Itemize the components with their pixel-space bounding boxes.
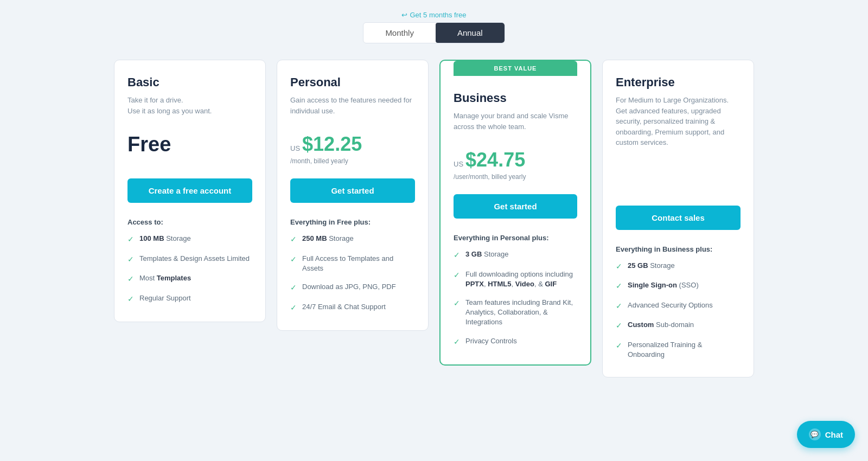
basic-cta-button[interactable]: Create a free account	[127, 178, 252, 203]
check-icon: ✓	[127, 294, 134, 305]
promo-text: Get 5 months free	[410, 11, 466, 19]
plan-price-enterprise	[616, 160, 741, 193]
feature-item: ✓ Templates & Design Assets Limited	[127, 254, 252, 265]
plan-name-basic: Basic	[127, 75, 252, 89]
plan-card-basic: Basic Take it for a drive.Use it as long…	[114, 60, 266, 322]
features-list-basic: ✓ 100 MB Storage ✓ Templates & Design As…	[127, 234, 252, 304]
plans-grid: Basic Take it for a drive.Use it as long…	[108, 60, 760, 377]
feature-text: Download as JPG, PNG, PDF	[302, 282, 396, 292]
plan-price-personal: US $12.25 /month, billed yearly	[290, 133, 415, 165]
arrow-icon: ↩	[401, 11, 407, 19]
features-list-personal: ✓ 250 MB Storage ✓ Full Access to Templa…	[290, 234, 415, 313]
feature-item: ✓ Full Access to Templates and Assets	[290, 254, 415, 273]
feature-text: Regular Support	[139, 293, 191, 303]
check-icon: ✓	[454, 250, 460, 261]
plan-price-basic: Free	[127, 133, 252, 165]
feature-item: ✓ Most Templates	[127, 273, 252, 285]
monthly-toggle[interactable]: Monthly	[363, 23, 436, 43]
features-list-enterprise: ✓ 25 GB Storage ✓ Single Sign-on (SSO) ✓…	[616, 261, 741, 360]
promo-label: ↩ Get 5 months free	[401, 11, 466, 19]
price-period-business: /user/month, billed yearly	[454, 173, 577, 181]
price-period-personal: /month, billed yearly	[290, 157, 415, 165]
feature-text: 24/7 Email & Chat Support	[302, 302, 386, 312]
check-icon: ✓	[454, 337, 460, 348]
plan-description-business: Manage your brand and scale Visme across…	[454, 111, 577, 137]
check-icon: ✓	[616, 301, 622, 312]
plan-name-personal: Personal	[290, 75, 415, 89]
check-icon: ✓	[290, 234, 297, 245]
feature-item: ✓ 100 MB Storage	[127, 234, 252, 245]
feature-item: ✓ 250 MB Storage	[290, 234, 415, 245]
check-icon: ✓	[454, 270, 460, 281]
feature-item: ✓ Single Sign-on (SSO)	[616, 280, 741, 292]
plan-price-business: US $24.75 /user/month, billed yearly	[454, 149, 577, 181]
plan-description-enterprise: For Medium to Large Organizations. Get a…	[616, 95, 741, 148]
features-intro-personal: Everything in Free plus:	[290, 218, 415, 226]
annual-toggle[interactable]: Annual	[436, 23, 505, 43]
best-value-banner: BEST VALUE	[454, 61, 577, 76]
billing-toggle: Monthly Annual	[363, 22, 505, 43]
chat-label: Chat	[825, 430, 843, 439]
check-icon: ✓	[454, 298, 460, 309]
feature-item: ✓ Full downloading options including PPT…	[454, 270, 577, 289]
personal-cta-button[interactable]: Get started	[290, 178, 415, 203]
check-icon: ✓	[290, 283, 297, 293]
business-cta-button[interactable]: Get started	[454, 194, 577, 219]
check-icon: ✓	[290, 303, 297, 313]
feature-item: ✓ Advanced Security Options	[616, 300, 741, 312]
feature-item: ✓ 25 GB Storage	[616, 261, 741, 272]
check-icon: ✓	[616, 261, 622, 272]
plan-card-business: BEST VALUE Business Manage your brand an…	[439, 60, 591, 366]
feature-text: 3 GB Storage	[465, 249, 509, 259]
feature-text: Most Templates	[139, 273, 191, 283]
features-intro-enterprise: Everything in Business plus:	[616, 245, 741, 253]
check-icon: ✓	[127, 234, 134, 245]
feature-text: Full downloading options including PPTX,…	[465, 270, 577, 289]
feature-item: ✓ Privacy Controls	[454, 336, 577, 348]
check-icon: ✓	[290, 254, 297, 265]
plan-description-basic: Take it for a drive.Use it as long as yo…	[127, 95, 252, 121]
feature-text: Templates & Design Assets Limited	[139, 254, 250, 264]
chat-icon: 💬	[809, 428, 821, 440]
price-currency-personal: US	[290, 144, 300, 152]
chat-button[interactable]: 💬 Chat	[797, 421, 855, 448]
feature-text: Full Access to Templates and Assets	[302, 254, 415, 273]
check-icon: ✓	[616, 321, 622, 331]
features-intro-business: Everything in Personal plus:	[454, 234, 577, 242]
check-icon: ✓	[616, 281, 622, 292]
price-free: Free	[127, 133, 252, 156]
feature-item: ✓ Personalized Training & Onboarding	[616, 340, 741, 360]
check-icon: ✓	[616, 341, 622, 351]
feature-text: Custom Sub-domain	[628, 320, 694, 330]
page-wrapper: ↩ Get 5 months free Monthly Annual Basic…	[0, 0, 868, 410]
feature-text: Team features including Brand Kit, Analy…	[465, 298, 577, 328]
price-value-business: $24.75	[465, 149, 525, 171]
enterprise-cta-button[interactable]: Contact sales	[616, 206, 741, 230]
feature-item: ✓ 3 GB Storage	[454, 249, 577, 261]
feature-text: Single Sign-on (SSO)	[628, 280, 699, 290]
price-currency-business: US	[454, 160, 463, 168]
check-icon: ✓	[127, 254, 134, 265]
plan-card-personal: Personal Gain access to the features nee…	[277, 60, 429, 331]
feature-text: Advanced Security Options	[628, 300, 713, 310]
feature-item: ✓ Regular Support	[127, 293, 252, 305]
feature-text: Privacy Controls	[465, 336, 517, 346]
feature-item: ✓ 24/7 Email & Chat Support	[290, 302, 415, 313]
features-intro-basic: Access to:	[127, 218, 252, 226]
plan-card-enterprise: Enterprise For Medium to Large Organizat…	[602, 60, 754, 377]
features-list-business: ✓ 3 GB Storage ✓ Full downloading option…	[454, 249, 577, 347]
billing-toggle-section: ↩ Get 5 months free Monthly Annual	[363, 11, 505, 43]
check-icon: ✓	[127, 274, 134, 285]
price-value-personal: $12.25	[302, 133, 362, 156]
feature-item: ✓ Custom Sub-domain	[616, 320, 741, 331]
feature-item: ✓ Download as JPG, PNG, PDF	[290, 282, 415, 293]
plan-name-business: Business	[454, 91, 577, 105]
feature-text: 100 MB Storage	[139, 234, 191, 244]
plan-description-personal: Gain access to the features needed for i…	[290, 95, 415, 121]
feature-text: 25 GB Storage	[628, 261, 675, 271]
feature-text: Personalized Training & Onboarding	[628, 340, 741, 360]
plan-name-enterprise: Enterprise	[616, 75, 741, 89]
feature-text: 250 MB Storage	[302, 234, 354, 244]
feature-item: ✓ Team features including Brand Kit, Ana…	[454, 298, 577, 328]
